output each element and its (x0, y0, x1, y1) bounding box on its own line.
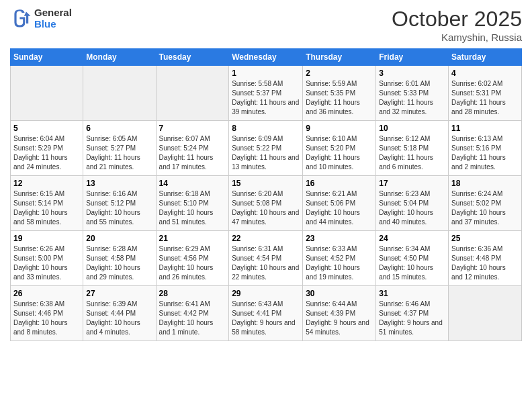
day-number: 15 (232, 179, 300, 188)
logo-blue: Blue (34, 18, 72, 30)
day-info: Sunrise: 5:59 AM Sunset: 5:35 PM Dayligh… (306, 79, 373, 117)
page-header: General Blue October 2025 Kamyshin, Russ… (10, 7, 522, 43)
day-info: Sunrise: 6:23 AM Sunset: 5:04 PM Dayligh… (379, 189, 445, 227)
day-number: 20 (86, 234, 152, 243)
day-number: 8 (232, 124, 300, 133)
day-number: 21 (159, 234, 226, 243)
day-cell: 31Sunrise: 6:46 AM Sunset: 4:37 PM Dayli… (376, 286, 449, 341)
day-cell: 10Sunrise: 6:12 AM Sunset: 5:18 PM Dayli… (376, 121, 449, 176)
col-friday: Friday (376, 49, 449, 66)
week-row-3: 12Sunrise: 6:15 AM Sunset: 5:14 PM Dayli… (11, 176, 522, 231)
day-info: Sunrise: 6:33 AM Sunset: 4:52 PM Dayligh… (306, 244, 373, 282)
logo-general: General (34, 7, 72, 18)
day-info: Sunrise: 6:07 AM Sunset: 5:24 PM Dayligh… (159, 134, 226, 172)
week-row-1: 1Sunrise: 5:58 AM Sunset: 5:37 PM Daylig… (11, 66, 522, 121)
day-number: 7 (159, 124, 226, 133)
col-monday: Monday (83, 49, 156, 66)
day-cell (11, 66, 83, 121)
day-number: 24 (379, 234, 445, 243)
day-info: Sunrise: 6:43 AM Sunset: 4:41 PM Dayligh… (232, 300, 300, 337)
day-info: Sunrise: 6:36 AM Sunset: 4:48 PM Dayligh… (451, 244, 519, 282)
logo: General Blue (10, 7, 72, 30)
day-number: 13 (86, 179, 152, 188)
day-number: 9 (306, 124, 373, 133)
col-tuesday: Tuesday (156, 49, 229, 66)
day-cell: 12Sunrise: 6:15 AM Sunset: 5:14 PM Dayli… (11, 176, 83, 231)
col-wednesday: Wednesday (229, 49, 303, 66)
day-cell (449, 286, 522, 341)
day-info: Sunrise: 6:02 AM Sunset: 5:31 PM Dayligh… (451, 79, 519, 117)
location-subtitle: Kamyshin, Russia (392, 32, 522, 43)
day-info: Sunrise: 6:34 AM Sunset: 4:50 PM Dayligh… (379, 244, 445, 282)
day-number: 5 (13, 124, 80, 133)
day-info: Sunrise: 6:29 AM Sunset: 4:56 PM Dayligh… (159, 244, 226, 282)
day-cell: 30Sunrise: 6:44 AM Sunset: 4:39 PM Dayli… (303, 286, 376, 341)
day-info: Sunrise: 6:26 AM Sunset: 5:00 PM Dayligh… (13, 244, 80, 282)
day-number: 16 (306, 179, 373, 188)
day-number: 23 (306, 234, 373, 243)
day-cell: 2Sunrise: 5:59 AM Sunset: 5:35 PM Daylig… (303, 66, 376, 121)
day-cell (156, 66, 229, 121)
day-cell: 27Sunrise: 6:39 AM Sunset: 4:44 PM Dayli… (83, 286, 156, 341)
day-cell: 25Sunrise: 6:36 AM Sunset: 4:48 PM Dayli… (449, 231, 522, 286)
day-cell: 9Sunrise: 6:10 AM Sunset: 5:20 PM Daylig… (303, 121, 376, 176)
day-number: 2 (306, 68, 373, 78)
day-number: 1 (232, 68, 300, 78)
col-saturday: Saturday (449, 49, 522, 66)
week-row-2: 5Sunrise: 6:04 AM Sunset: 5:29 PM Daylig… (11, 121, 522, 176)
day-info: Sunrise: 6:39 AM Sunset: 4:44 PM Dayligh… (86, 300, 152, 337)
week-row-4: 19Sunrise: 6:26 AM Sunset: 5:00 PM Dayli… (11, 231, 522, 286)
day-cell: 16Sunrise: 6:21 AM Sunset: 5:06 PM Dayli… (303, 176, 376, 231)
day-number: 6 (86, 124, 152, 133)
day-info: Sunrise: 6:16 AM Sunset: 5:12 PM Dayligh… (86, 189, 152, 227)
day-info: Sunrise: 6:12 AM Sunset: 5:18 PM Dayligh… (379, 134, 445, 172)
day-cell: 28Sunrise: 6:41 AM Sunset: 4:42 PM Dayli… (156, 286, 229, 341)
calendar-table: Sunday Monday Tuesday Wednesday Thursday… (10, 48, 522, 341)
logo-text: General Blue (34, 7, 72, 30)
header-row: Sunday Monday Tuesday Wednesday Thursday… (11, 49, 522, 66)
day-number: 29 (232, 289, 300, 298)
day-info: Sunrise: 6:09 AM Sunset: 5:22 PM Dayligh… (232, 134, 300, 172)
day-cell: 20Sunrise: 6:28 AM Sunset: 4:58 PM Dayli… (83, 231, 156, 286)
day-info: Sunrise: 6:46 AM Sunset: 4:37 PM Dayligh… (379, 300, 445, 337)
day-number: 27 (86, 289, 152, 298)
day-info: Sunrise: 6:44 AM Sunset: 4:39 PM Dayligh… (306, 300, 373, 337)
page-container: General Blue October 2025 Kamyshin, Russ… (0, 0, 532, 348)
day-number: 19 (13, 234, 80, 243)
day-cell: 29Sunrise: 6:43 AM Sunset: 4:41 PM Dayli… (229, 286, 303, 341)
day-number: 10 (379, 124, 445, 133)
day-info: Sunrise: 6:15 AM Sunset: 5:14 PM Dayligh… (13, 189, 80, 227)
col-thursday: Thursday (303, 49, 376, 66)
day-cell: 21Sunrise: 6:29 AM Sunset: 4:56 PM Dayli… (156, 231, 229, 286)
day-cell: 26Sunrise: 6:38 AM Sunset: 4:46 PM Dayli… (11, 286, 83, 341)
day-number: 14 (159, 179, 226, 188)
day-number: 28 (159, 289, 226, 298)
day-number: 31 (379, 289, 445, 298)
day-number: 25 (451, 234, 519, 243)
day-info: Sunrise: 6:10 AM Sunset: 5:20 PM Dayligh… (306, 134, 373, 172)
week-row-5: 26Sunrise: 6:38 AM Sunset: 4:46 PM Dayli… (11, 286, 522, 341)
logo-icon (10, 7, 32, 29)
day-info: Sunrise: 6:38 AM Sunset: 4:46 PM Dayligh… (13, 300, 80, 337)
day-info: Sunrise: 6:18 AM Sunset: 5:10 PM Dayligh… (159, 189, 226, 227)
day-number: 18 (451, 179, 519, 188)
day-info: Sunrise: 6:41 AM Sunset: 4:42 PM Dayligh… (159, 300, 226, 337)
title-block: October 2025 Kamyshin, Russia (392, 7, 522, 43)
day-info: Sunrise: 6:24 AM Sunset: 5:02 PM Dayligh… (451, 189, 519, 227)
day-cell: 11Sunrise: 6:13 AM Sunset: 5:16 PM Dayli… (449, 121, 522, 176)
day-cell: 1Sunrise: 5:58 AM Sunset: 5:37 PM Daylig… (229, 66, 303, 121)
day-cell (83, 66, 156, 121)
day-cell: 24Sunrise: 6:34 AM Sunset: 4:50 PM Dayli… (376, 231, 449, 286)
day-info: Sunrise: 6:01 AM Sunset: 5:33 PM Dayligh… (379, 79, 445, 117)
day-info: Sunrise: 6:05 AM Sunset: 5:27 PM Dayligh… (86, 134, 152, 172)
day-info: Sunrise: 6:20 AM Sunset: 5:08 PM Dayligh… (232, 189, 300, 227)
day-cell: 7Sunrise: 6:07 AM Sunset: 5:24 PM Daylig… (156, 121, 229, 176)
day-number: 4 (451, 68, 519, 78)
day-number: 11 (451, 124, 519, 133)
day-number: 26 (13, 289, 80, 298)
day-cell: 17Sunrise: 6:23 AM Sunset: 5:04 PM Dayli… (376, 176, 449, 231)
day-info: Sunrise: 5:58 AM Sunset: 5:37 PM Dayligh… (232, 79, 300, 117)
day-cell: 4Sunrise: 6:02 AM Sunset: 5:31 PM Daylig… (449, 66, 522, 121)
day-cell: 3Sunrise: 6:01 AM Sunset: 5:33 PM Daylig… (376, 66, 449, 121)
month-title: October 2025 (392, 7, 522, 32)
